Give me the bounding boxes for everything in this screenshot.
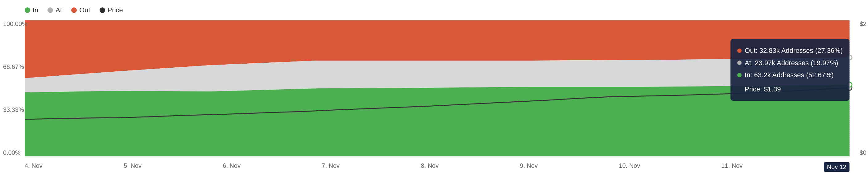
at-dot [48, 7, 53, 13]
y-label-0: 0.00% [3, 149, 27, 156]
tooltip-row-at: At: 23.97k Addresses (19.97%) [737, 57, 843, 69]
y-right-bot: $0 [860, 149, 866, 156]
y-axis-right: $2 $0 [860, 20, 866, 156]
x-label-8nov: 8. Nov [421, 162, 439, 172]
tooltip-dot-out [737, 49, 742, 53]
x-label-7nov: 7. Nov [322, 162, 340, 172]
x-label-nov12: Nov 12 [824, 162, 849, 172]
tooltip-row-price: Price: $1.39 [737, 83, 843, 96]
x-label-11nov: 11. Nov [721, 162, 743, 172]
x-label-5nov: 5. Nov [124, 162, 142, 172]
tooltip: Out: 32.83k Addresses (27.36%) At: 23.97… [731, 39, 849, 101]
tooltip-label-price: Price: $1.39 [737, 83, 781, 96]
y-label-100: 100.00% [3, 20, 27, 27]
x-axis: 4. Nov 5. Nov 6. Nov 7. Nov 8. Nov 9. No… [25, 162, 849, 172]
legend-label-price: Price [107, 6, 123, 14]
tooltip-label-at: At: 23.97k Addresses (19.97%) [745, 57, 838, 69]
chart-container: In At Out Price 100.00% 66.67% 33.33% 0.… [0, 0, 868, 182]
in-dot [25, 7, 30, 13]
legend-label-in: In [33, 6, 38, 14]
tooltip-dot-in [737, 73, 742, 77]
x-label-9nov: 9. Nov [520, 162, 538, 172]
legend-item-out: Out [71, 6, 90, 14]
legend-label-at: At [56, 6, 62, 14]
y-axis-left: 100.00% 66.67% 33.33% 0.00% [3, 20, 27, 156]
x-label-10nov: 10. Nov [619, 162, 640, 172]
chart-svg [25, 20, 849, 156]
legend-item-at: At [48, 6, 62, 14]
legend-item-price: Price [100, 6, 123, 14]
price-dot [100, 7, 105, 13]
y-label-33: 33.33% [3, 106, 27, 113]
tooltip-label-out: Out: 32.83k Addresses (27.36%) [745, 45, 843, 57]
tooltip-row-in: In: 63.2k Addresses (52.67%) [737, 69, 843, 81]
out-dot [71, 7, 77, 13]
x-label-4nov: 4. Nov [25, 162, 42, 172]
tooltip-dot-at [737, 60, 742, 65]
legend-item-in: In [25, 6, 38, 14]
x-label-6nov: 6. Nov [223, 162, 241, 172]
tooltip-label-in: In: 63.2k Addresses (52.67%) [745, 69, 834, 81]
in-area [25, 85, 849, 156]
y-label-67: 66.67% [3, 63, 27, 71]
chart-area: 100.00% 66.67% 33.33% 0.00% $2 $0 [25, 20, 849, 156]
tooltip-row-out: Out: 32.83k Addresses (27.36%) [737, 45, 843, 57]
y-right-top: $2 [860, 20, 866, 27]
chart-legend: In At Out Price [25, 6, 849, 14]
legend-label-out: Out [79, 6, 90, 14]
